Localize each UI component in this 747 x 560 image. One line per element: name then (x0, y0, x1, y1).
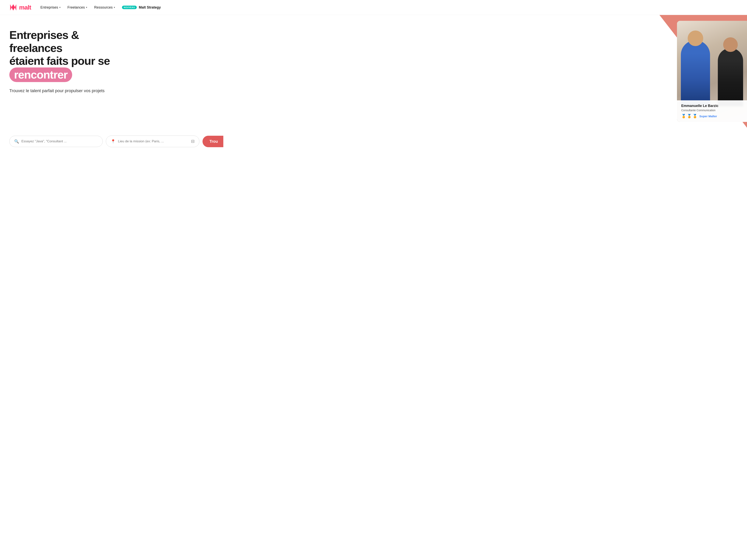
hero-section: Entreprises & freelances étaient faits p… (0, 15, 747, 128)
location-icon: 📍 (111, 139, 115, 144)
nav-freelances-label: Freelances (68, 5, 85, 9)
nav-strategy[interactable]: NOUVEAU Malt Strategy (122, 5, 161, 9)
location-search-input[interactable] (118, 139, 188, 143)
hero-photo-background: Emmanuelle Le Barzic Consultante Communi… (677, 21, 747, 122)
hero-subtext: Trouvez le talent parfait pour propulser… (9, 87, 127, 94)
profile-name: Emmanuelle Le Barzic (681, 104, 743, 108)
brand-name: malt (19, 4, 31, 11)
hero-headline: Entreprises & freelances étaient faits p… (9, 29, 127, 82)
nav-entreprises-label: Entreprises (41, 5, 58, 9)
nav-freelances[interactable]: Freelances ▾ (68, 5, 87, 9)
profile-role: Consultante Communication (681, 109, 743, 112)
chevron-down-icon: ▾ (114, 6, 115, 9)
search-bar: 🔍 📍 ⊟ Trou (9, 136, 223, 147)
nav-links: Entreprises ▾ Freelances ▾ Ressources ▾ … (41, 5, 161, 9)
headline-line1: Entreprises & freelances (9, 29, 79, 54)
medal-icon-3: 🏅 (693, 114, 697, 118)
person-right-silhouette (718, 48, 743, 106)
headline-highlight: rencontrer (9, 68, 72, 82)
strategy-label: Malt Strategy (139, 5, 161, 9)
hero-content: Entreprises & freelances étaient faits p… (0, 15, 136, 106)
logo[interactable]: malt (9, 3, 31, 11)
nav-ressources[interactable]: Ressources ▾ (94, 5, 115, 9)
skill-search-input[interactable] (21, 139, 98, 143)
location-search-wrap[interactable]: 📍 ⊟ (106, 136, 199, 147)
badge-icons: 🏅 🏅 🏅 (681, 114, 697, 118)
nouveau-badge: NOUVEAU (122, 6, 137, 9)
medal-icon-1: 🏅 (681, 114, 686, 118)
malt-logo-icon (9, 3, 17, 11)
search-section: 🔍 📍 ⊟ Trou (0, 128, 747, 159)
hero-photo-card: Emmanuelle Le Barzic Consultante Communi… (677, 21, 747, 122)
medal-icon-2: 🏅 (687, 114, 692, 118)
navbar: malt Entreprises ▾ Freelances ▾ Ressourc… (0, 0, 747, 15)
filter-icon[interactable]: ⊟ (191, 139, 195, 144)
profile-name-card: Emmanuelle Le Barzic Consultante Communi… (677, 100, 747, 122)
search-icon: 🔍 (14, 139, 19, 144)
chevron-down-icon: ▾ (59, 6, 60, 9)
headline-line2: étaient faits pour se (9, 54, 110, 67)
search-button[interactable]: Trou (203, 136, 223, 147)
profile-badge: 🏅 🏅 🏅 Super Malter (681, 114, 743, 118)
person-left-silhouette (681, 40, 710, 106)
skill-search-wrap[interactable]: 🔍 (9, 136, 103, 147)
super-malter-label: Super Malter (699, 114, 717, 118)
chevron-down-icon: ▾ (86, 6, 87, 9)
nav-entreprises[interactable]: Entreprises ▾ (41, 5, 60, 9)
nav-ressources-label: Ressources (94, 5, 113, 9)
